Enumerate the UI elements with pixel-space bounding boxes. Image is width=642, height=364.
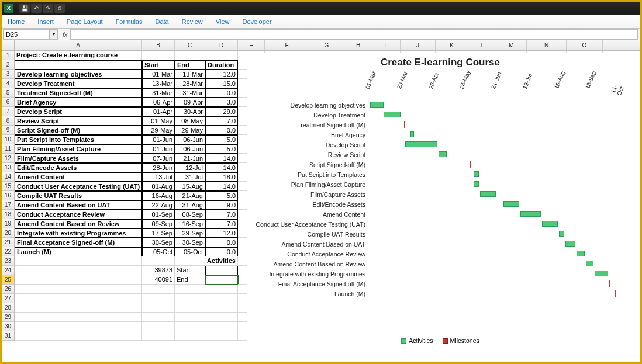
cell[interactable]: Compile UAT Results <box>15 191 142 200</box>
cell[interactable]: 14.0 <box>205 163 238 172</box>
cell[interactable]: 06-Apr <box>142 98 175 107</box>
cell[interactable] <box>142 285 175 294</box>
cell[interactable] <box>205 303 238 313</box>
spreadsheet-grid[interactable]: ABCDEFGHIJKLMNO 1Project: Create e-learn… <box>2 40 640 362</box>
row-header[interactable]: 1 <box>2 51 15 60</box>
cell[interactable]: 05-Oct <box>142 247 175 256</box>
cell[interactable]: 40091 <box>142 275 175 285</box>
qat-undo-icon[interactable]: ↶ <box>31 4 42 13</box>
row-header[interactable]: 2 <box>2 60 15 70</box>
cell[interactable]: 5.0 <box>205 135 238 144</box>
cell[interactable]: Treatment Signed-off (M) <box>15 88 142 98</box>
cell[interactable] <box>15 331 142 341</box>
cell[interactable]: 22-Aug <box>142 200 175 210</box>
row-header[interactable]: 18 <box>2 210 15 219</box>
cell[interactable] <box>175 294 205 303</box>
cell[interactable]: Put Script into Templates <box>15 135 142 144</box>
cell[interactable]: Script Signed-off (M) <box>15 126 142 135</box>
tab-insert[interactable]: Insert <box>36 16 55 27</box>
cell[interactable] <box>15 285 142 294</box>
cell[interactable] <box>15 275 142 285</box>
cell[interactable]: 3.0 <box>205 98 238 107</box>
cell[interactable]: 31-Mar <box>142 88 175 98</box>
row-header[interactable]: 3 <box>2 70 15 79</box>
cell[interactable]: 29-May <box>175 126 205 135</box>
row-header[interactable]: 31 <box>2 331 15 341</box>
cell[interactable]: Conduct Acceptance Review <box>15 210 142 219</box>
cell[interactable] <box>175 331 205 341</box>
column-header-F[interactable]: F <box>265 40 309 50</box>
cell[interactable]: 12.0 <box>205 228 238 238</box>
cell[interactable]: 5.0 <box>205 191 238 200</box>
cell[interactable] <box>15 266 142 275</box>
cell[interactable] <box>205 313 238 322</box>
cell[interactable]: Final Acceptance Signed-off (M) <box>15 238 142 247</box>
row-header[interactable]: 25 <box>2 275 15 285</box>
cell[interactable] <box>175 322 205 331</box>
cell[interactable]: 31-Mar <box>175 88 205 98</box>
cell[interactable]: 39873 <box>142 266 175 275</box>
cell[interactable]: 5.0 <box>205 144 238 154</box>
cell[interactable]: 29-May <box>142 126 175 135</box>
select-all-corner[interactable] <box>2 40 15 50</box>
cell[interactable]: 13-Mar <box>175 70 205 79</box>
cell[interactable]: Develop Treatment <box>15 79 142 88</box>
column-header-K[interactable]: K <box>436 40 468 50</box>
row-header[interactable]: 14 <box>2 172 15 182</box>
cell[interactable]: 9.0 <box>205 200 238 210</box>
column-header-I[interactable]: I <box>372 40 401 50</box>
cell[interactable] <box>15 60 142 70</box>
cell[interactable]: 0.0 <box>205 238 238 247</box>
cell[interactable]: Brief Agency <box>15 98 142 107</box>
row-header[interactable]: 6 <box>2 98 15 107</box>
cell[interactable] <box>205 331 238 341</box>
row-header[interactable]: 20 <box>2 228 15 238</box>
cell[interactable]: 01-Jun <box>142 135 175 144</box>
row-header[interactable]: 12 <box>2 154 15 163</box>
cell[interactable]: 08-Sep <box>175 210 205 219</box>
cell[interactable]: 17-Sep <box>142 228 175 238</box>
cell[interactable]: 0.0 <box>205 126 238 135</box>
tab-home[interactable]: Home <box>6 16 26 27</box>
cell[interactable] <box>142 322 175 331</box>
cell[interactable]: Amend Content Based on Review <box>15 219 142 228</box>
cell[interactable]: 30-Sep <box>142 238 175 247</box>
cell[interactable]: Start <box>175 266 205 275</box>
row-header[interactable]: 26 <box>2 285 15 294</box>
cell[interactable]: 08-May <box>175 116 205 126</box>
cell[interactable]: 21-Aug <box>175 191 205 200</box>
cell[interactable] <box>175 256 205 266</box>
qat-save-icon[interactable]: 💾 <box>19 4 30 13</box>
cell[interactable]: End <box>175 275 205 285</box>
column-header-J[interactable]: J <box>401 40 436 50</box>
row-header[interactable]: 29 <box>2 313 15 322</box>
qat-print-icon[interactable]: ⎙ <box>54 4 65 13</box>
cell[interactable]: 13-Jul <box>142 172 175 182</box>
cell[interactable]: Film/Capture Assets <box>15 154 142 163</box>
cell[interactable] <box>142 331 175 341</box>
cell[interactable] <box>175 313 205 322</box>
cell[interactable]: 13-Mar <box>142 79 175 88</box>
column-header-E[interactable]: E <box>238 40 265 50</box>
row-header[interactable]: 11 <box>2 144 15 154</box>
cell[interactable]: 7.0 <box>205 210 238 219</box>
name-box[interactable]: D25 <box>3 29 50 40</box>
row-header[interactable]: 10 <box>2 135 15 144</box>
cell[interactable]: 7.0 <box>205 219 238 228</box>
cell[interactable] <box>205 275 238 285</box>
cell[interactable] <box>142 313 175 322</box>
cell[interactable] <box>142 51 175 60</box>
cell[interactable]: Review Script <box>15 116 142 126</box>
cell[interactable]: Edit/Encode Assets <box>15 163 142 172</box>
formula-bar[interactable] <box>70 29 638 40</box>
cell[interactable] <box>205 266 238 275</box>
cell[interactable]: Project: Create e-learning course <box>15 51 142 60</box>
cell[interactable]: 29.0 <box>205 107 238 116</box>
cell[interactable] <box>15 256 142 266</box>
cell[interactable]: Develop Script <box>15 107 142 116</box>
row-header[interactable]: 28 <box>2 303 15 313</box>
cell[interactable]: 15-Aug <box>175 182 205 191</box>
cell[interactable]: 12-Jul <box>175 163 205 172</box>
row-header[interactable]: 27 <box>2 294 15 303</box>
cell[interactable]: Amend Content Based on UAT <box>15 200 142 210</box>
